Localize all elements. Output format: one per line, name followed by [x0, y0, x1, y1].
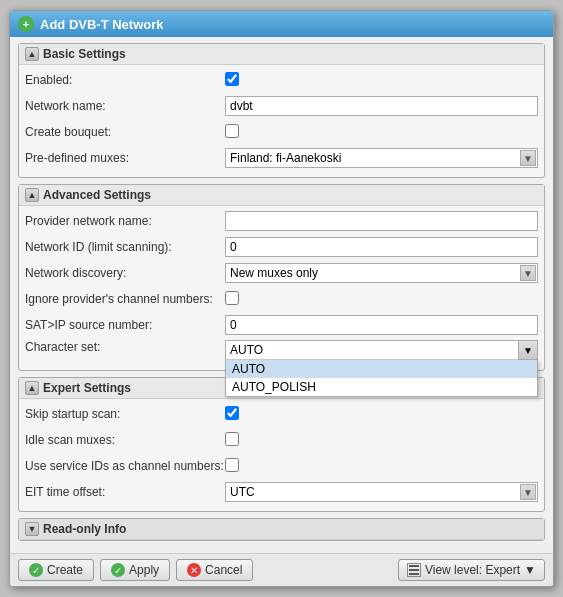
- ignore-provider-checkbox[interactable]: [225, 291, 239, 305]
- network-name-label: Network name:: [25, 99, 225, 113]
- advanced-settings-content: Provider network name: Network ID (limit…: [19, 206, 544, 370]
- network-id-label: Network ID (limit scanning):: [25, 240, 225, 254]
- view-level-button[interactable]: View level: Expert ▼: [398, 559, 545, 581]
- create-icon: ✓: [29, 563, 43, 577]
- create-bouquet-checkbox[interactable]: [225, 124, 239, 138]
- network-id-row: Network ID (limit scanning):: [25, 236, 538, 258]
- ignore-provider-control: [225, 291, 538, 308]
- basic-settings-label: Basic Settings: [43, 47, 126, 61]
- view-icon-line3: [409, 573, 419, 575]
- predefined-muxes-control: Finland: fi-Aanekoski ▼: [225, 148, 538, 168]
- readonly-info-header: ▼ Read-only Info: [19, 519, 544, 540]
- network-discovery-label: Network discovery:: [25, 266, 225, 280]
- skip-startup-control: [225, 406, 538, 423]
- eit-time-offset-select[interactable]: UTC Local Auto: [225, 482, 538, 502]
- network-discovery-control: New muxes only All muxes None ▼: [225, 263, 538, 283]
- idle-scan-checkbox[interactable]: [225, 432, 239, 446]
- predefined-muxes-select-wrapper: Finland: fi-Aanekoski ▼: [225, 148, 538, 168]
- enabled-checkbox[interactable]: [225, 72, 239, 86]
- eit-time-offset-select-wrapper: UTC Local Auto ▼: [225, 482, 538, 502]
- apply-label: Apply: [129, 563, 159, 577]
- use-service-ids-label: Use service IDs as channel numbers:: [25, 459, 225, 473]
- provider-network-name-input[interactable]: [225, 211, 538, 231]
- dialog-title-text: Add DVB-T Network: [40, 17, 164, 32]
- network-name-row: Network name:: [25, 95, 538, 117]
- network-id-control: [225, 237, 538, 257]
- create-bouquet-row: Create bouquet:: [25, 121, 538, 143]
- create-button[interactable]: ✓ Create: [18, 559, 94, 581]
- expert-settings-section: ▲ Expert Settings Skip startup scan: Idl…: [18, 377, 545, 512]
- add-dvbt-network-dialog: + Add DVB-T Network ▲ Basic Settings Ena…: [9, 10, 554, 587]
- sat-ip-input[interactable]: [225, 315, 538, 335]
- readonly-info-section: ▼ Read-only Info: [18, 518, 545, 541]
- character-set-option-auto[interactable]: AUTO: [226, 360, 537, 378]
- dialog-title-bar: + Add DVB-T Network: [10, 11, 553, 37]
- view-icon-line1: [409, 565, 419, 567]
- create-bouquet-label: Create bouquet:: [25, 125, 225, 139]
- expert-settings-label: Expert Settings: [43, 381, 131, 395]
- readonly-info-toggle[interactable]: ▼: [25, 522, 39, 536]
- ignore-provider-label: Ignore provider's channel numbers:: [25, 292, 225, 306]
- eit-time-offset-control: UTC Local Auto ▼: [225, 482, 538, 502]
- advanced-settings-label: Advanced Settings: [43, 188, 151, 202]
- dialog-body: ▲ Basic Settings Enabled: Network name:: [10, 37, 553, 553]
- character-set-arrow-btn[interactable]: ▼: [518, 340, 538, 360]
- apply-button[interactable]: ✓ Apply: [100, 559, 170, 581]
- ignore-provider-row: Ignore provider's channel numbers:: [25, 288, 538, 310]
- expert-settings-content: Skip startup scan: Idle scan muxes: Use …: [19, 399, 544, 511]
- network-discovery-select[interactable]: New muxes only All muxes None: [225, 263, 538, 283]
- advanced-settings-section: ▲ Advanced Settings Provider network nam…: [18, 184, 545, 371]
- use-service-ids-row: Use service IDs as channel numbers:: [25, 455, 538, 477]
- character-set-value: AUTO: [230, 343, 263, 357]
- cancel-label: Cancel: [205, 563, 242, 577]
- readonly-info-label: Read-only Info: [43, 522, 126, 536]
- create-label: Create: [47, 563, 83, 577]
- dialog-footer: ✓ Create ✓ Apply ✕ Cancel View level: Ex…: [10, 553, 553, 586]
- provider-network-name-label: Provider network name:: [25, 214, 225, 228]
- create-bouquet-control: [225, 124, 538, 141]
- use-service-ids-control: [225, 458, 538, 475]
- character-set-input-display[interactable]: AUTO: [225, 340, 538, 360]
- eit-time-offset-row: EIT time offset: UTC Local Auto ▼: [25, 481, 538, 503]
- sat-ip-label: SAT>IP source number:: [25, 318, 225, 332]
- view-icon-line2: [409, 569, 419, 571]
- skip-startup-row: Skip startup scan:: [25, 403, 538, 425]
- character-set-dropdown-list: AUTO AUTO_POLISH: [225, 360, 538, 397]
- character-set-label: Character set:: [25, 340, 225, 354]
- advanced-settings-header: ▲ Advanced Settings: [19, 185, 544, 206]
- basic-settings-content: Enabled: Network name: Create bouquet:: [19, 65, 544, 177]
- view-level-arrow: ▼: [524, 563, 536, 577]
- advanced-settings-toggle[interactable]: ▲: [25, 188, 39, 202]
- enabled-row: Enabled:: [25, 69, 538, 91]
- predefined-muxes-select[interactable]: Finland: fi-Aanekoski: [225, 148, 538, 168]
- character-set-dropdown-wrapper: AUTO ▼ AUTO AUTO_POLISH: [225, 340, 538, 360]
- character-set-row: Character set: AUTO ▼ AUTO AUTO_POLISH: [25, 340, 538, 362]
- eit-time-offset-label: EIT time offset:: [25, 485, 225, 499]
- character-set-option-auto-polish[interactable]: AUTO_POLISH: [226, 378, 537, 396]
- skip-startup-label: Skip startup scan:: [25, 407, 225, 421]
- expert-settings-toggle[interactable]: ▲: [25, 381, 39, 395]
- idle-scan-row: Idle scan muxes:: [25, 429, 538, 451]
- basic-settings-toggle[interactable]: ▲: [25, 47, 39, 61]
- idle-scan-control: [225, 432, 538, 449]
- sat-ip-row: SAT>IP source number:: [25, 314, 538, 336]
- basic-settings-header: ▲ Basic Settings: [19, 44, 544, 65]
- view-level-label: View level: Expert: [425, 563, 520, 577]
- network-discovery-row: Network discovery: New muxes only All mu…: [25, 262, 538, 284]
- view-level-icon: [407, 563, 421, 577]
- idle-scan-label: Idle scan muxes:: [25, 433, 225, 447]
- use-service-ids-checkbox[interactable]: [225, 458, 239, 472]
- sat-ip-control: [225, 315, 538, 335]
- predefined-muxes-row: Pre-defined muxes: Finland: fi-Aanekoski…: [25, 147, 538, 169]
- network-id-input[interactable]: [225, 237, 538, 257]
- skip-startup-checkbox[interactable]: [225, 406, 239, 420]
- enabled-control: [225, 72, 538, 89]
- provider-network-name-control: [225, 211, 538, 231]
- network-discovery-select-wrapper: New muxes only All muxes None ▼: [225, 263, 538, 283]
- character-set-control: AUTO ▼ AUTO AUTO_POLISH: [225, 340, 538, 360]
- basic-settings-section: ▲ Basic Settings Enabled: Network name:: [18, 43, 545, 178]
- cancel-button[interactable]: ✕ Cancel: [176, 559, 253, 581]
- network-name-control: [225, 96, 538, 116]
- network-name-input[interactable]: [225, 96, 538, 116]
- dialog-title-icon: +: [18, 16, 34, 32]
